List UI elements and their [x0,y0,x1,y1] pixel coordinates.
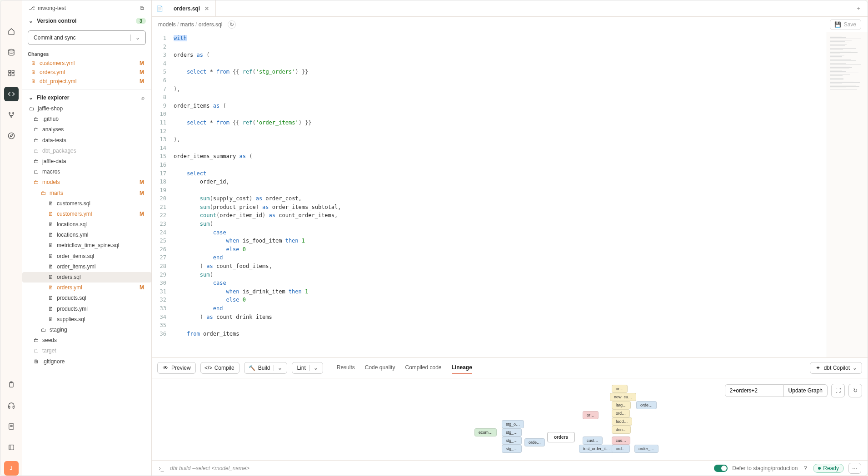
lineage-node[interactable]: cus… [612,436,630,445]
lineage-node[interactable]: larg… [612,401,631,409]
tree-folder[interactable]: 🗀staging [22,325,151,335]
tree-file[interactable]: 🗎locations.sql [22,219,151,230]
line-gutter: 1234567891011121314151617181920212223242… [152,32,170,357]
tree-file[interactable]: 🗎customers.ymlM [22,209,151,219]
code-editor[interactable]: 1234567891011121314151617181920212223242… [152,32,868,357]
file-icon: 🗎 [30,69,37,75]
tree-folder[interactable]: 🗀martsM [22,188,151,198]
tree-folder[interactable]: 🗀jaffle-data [22,156,151,167]
lineage-node[interactable]: cust… [583,436,603,445]
lineage-node[interactable]: stg_… [502,436,522,445]
grid-icon[interactable] [4,66,19,80]
command-input[interactable]: dbt build --select <model_name> [170,465,249,471]
tree-folder[interactable]: 🗀jaffle-shop [22,104,151,114]
change-row[interactable]: 🗎orders.ymlM [22,68,151,77]
chevron-down-icon[interactable]: ⌄ [314,365,318,371]
lineage-node[interactable]: ord… [612,409,630,417]
tree-folder[interactable]: 🗀target [22,346,151,356]
lineage-node[interactable]: or… [583,411,599,419]
refresh-icon[interactable]: ↻ [848,384,862,397]
add-tab-button[interactable]: ＋ [849,5,868,12]
dbt-copilot-button[interactable]: ✦dbt Copilot⌄ [810,362,862,374]
branch-icon[interactable] [4,108,19,122]
commit-and-sync-button[interactable]: Commit and sync ⌄ [28,30,146,45]
tree-file[interactable]: 🗎orders.sql [22,272,151,283]
version-control-header[interactable]: ⌄ Version control 3 [22,14,151,28]
lineage-node[interactable]: stg_… [502,428,522,436]
tree-folder[interactable]: 🗀dbt_packages [22,146,151,156]
chevron-down-icon[interactable]: ⌄ [130,35,140,41]
headphones-icon[interactable] [4,398,19,413]
tree-file[interactable]: 🗎products.sql [22,293,151,303]
tab-lineage[interactable]: Lineage [452,362,472,374]
tree-file[interactable]: 🗎supplies.sql [22,314,151,325]
update-graph-button[interactable]: Update Graph [784,384,828,397]
lint-button[interactable]: Lint⌄ [292,362,323,374]
tree-folder[interactable]: 🗀macros [22,167,151,177]
tree-folder[interactable]: 🗀.github [22,114,151,124]
lineage-filter-input[interactable] [725,384,784,397]
tree-file[interactable]: 🗎products.yml [22,304,151,314]
lineage-node[interactable]: or… [612,385,628,393]
clipboard-icon[interactable] [4,377,19,392]
save-button[interactable]: 💾 Save [830,19,861,30]
lineage-node-focus[interactable]: orders [547,432,575,442]
tree-folder[interactable]: 🗀data-tests [22,135,151,146]
tree-folder[interactable]: 🗀modelsM [22,177,151,188]
tab-results[interactable]: Results [337,362,355,374]
lineage-node[interactable]: test_order_it… [579,445,614,453]
compass-icon[interactable] [4,129,19,143]
more-menu-button[interactable]: ⋯ [848,463,861,474]
lineage-node[interactable]: orde… [636,401,657,409]
help-icon[interactable]: ? [802,465,808,471]
copy-icon[interactable]: ⧉ [139,5,145,11]
tree-file[interactable]: 🗎locations.yml [22,230,151,240]
tree-file[interactable]: 🗎orders.ymlM [22,283,151,293]
lineage-node[interactable]: order_… [634,445,658,453]
lineage-node[interactable]: orde… [524,438,545,446]
tree-file[interactable]: 🗎order_items.yml [22,262,151,272]
settings-icon[interactable] [4,440,19,455]
minimap[interactable] [827,32,868,357]
file-explorer-header[interactable]: ⌄ File explorer ⌕ [22,89,151,104]
branch-indicator[interactable]: ⎇ mwong-test ⧉ [22,0,151,14]
lineage-node[interactable]: ecom… [474,428,497,436]
change-row[interactable]: 🗎customers.ymlM [22,59,151,68]
lineage-node[interactable]: drin… [612,426,631,434]
breadcrumb-segment[interactable]: models [158,21,176,28]
tab-code-quality[interactable]: Code quality [365,362,395,374]
breadcrumb-segment[interactable]: orders.sql [199,21,223,28]
tree-file[interactable]: 🗎order_items.sql [22,251,151,262]
tree-file[interactable]: 🗎metricflow_time_spine.sql [22,240,151,251]
code-content[interactable]: with orders as ( select * from {{ ref('s… [170,32,827,357]
lineage-node[interactable]: stg_o… [502,420,524,428]
tab-compiled-code[interactable]: Compiled code [405,362,441,374]
refresh-icon[interactable]: ↻ [228,20,236,29]
home-icon[interactable] [4,24,19,39]
docs-icon[interactable] [4,419,19,434]
avatar-icon[interactable]: J [4,461,19,476]
change-row[interactable]: 🗎dbt_project.ymlM [22,77,151,86]
tab-orders-sql[interactable]: orders.sql ✕ [167,0,216,16]
compile-button[interactable]: </>Compile [200,362,239,374]
chevron-down-icon[interactable]: ⌄ [278,365,282,371]
defer-toggle[interactable] [714,465,728,472]
lineage-node[interactable]: ord… [612,445,630,453]
preview-button[interactable]: 👁Preview [157,362,196,374]
tree-folder[interactable]: 🗀seeds [22,335,151,346]
breadcrumb-segment[interactable]: marts [180,21,194,28]
tree-folder[interactable]: 🗀analyses [22,124,151,135]
tree-file[interactable]: 🗎customers.sql [22,198,151,209]
tree-label: marts [50,189,63,198]
database-icon[interactable] [4,45,19,60]
build-button[interactable]: 🔨Build⌄ [244,362,288,374]
lineage-node[interactable]: food… [612,417,632,426]
code-icon[interactable] [4,87,19,101]
fullscreen-icon[interactable]: ⛶ [831,384,845,397]
lineage-panel[interactable]: Update Graph ⛶ ↻ ecom…stg_o…stg_…stg_…st… [152,378,868,460]
lineage-node[interactable]: new_cu… [610,393,636,401]
search-icon[interactable]: ⌕ [140,94,146,101]
tree-file[interactable]: 🗎.gitignore [22,357,151,367]
close-icon[interactable]: ✕ [205,5,209,12]
lineage-node[interactable]: stg_… [502,445,522,453]
